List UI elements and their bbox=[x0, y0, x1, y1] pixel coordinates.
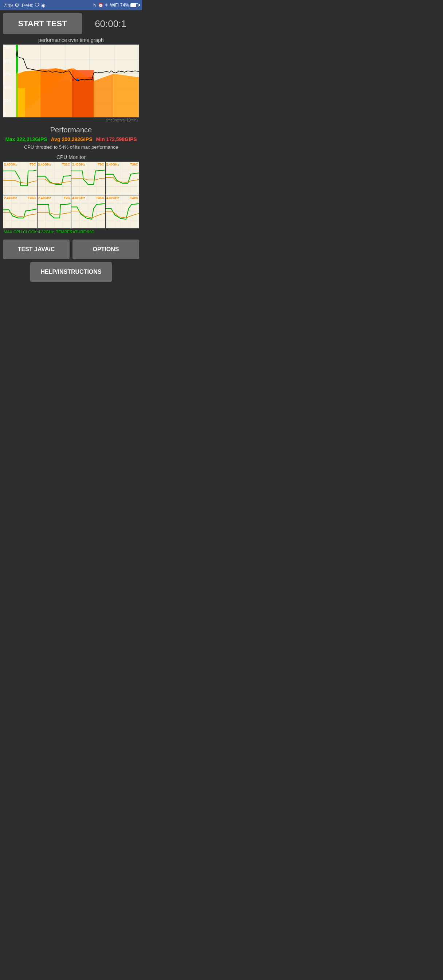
lens-icon: ◉ bbox=[41, 3, 45, 8]
cpu-temp-2: T0C bbox=[98, 162, 104, 166]
timer-display: 60:00:1 bbox=[82, 18, 139, 30]
logo-icon: ⚙ bbox=[14, 2, 19, 8]
y-label-40: 40% bbox=[4, 86, 15, 90]
svg-point-23 bbox=[76, 78, 79, 81]
cpu-monitor-section: CPU Monitor 2.40GHz T0C bbox=[3, 154, 139, 235]
y-label-20: 20% bbox=[4, 99, 15, 103]
graph-title: performance over time graph bbox=[3, 37, 139, 43]
cpu-cell-6: 4.32GHz T35C bbox=[71, 196, 105, 228]
airplane-icon: ✈ bbox=[105, 3, 109, 8]
status-right: N ⏰ ✈ WiFi 74% bbox=[93, 3, 138, 8]
time-display: 7:49 bbox=[4, 3, 13, 8]
cpu-cell-1: 2.40GHz T31C bbox=[38, 162, 71, 195]
status-left: 7:49 ⚙ 144Hz 🛡 ◉ bbox=[4, 2, 45, 8]
cpu-temp-1: T31C bbox=[62, 162, 70, 166]
y-label-80: 80% bbox=[4, 59, 15, 63]
refresh-rate: 144Hz bbox=[21, 3, 33, 7]
graph-svg bbox=[16, 45, 139, 117]
cpu-grid: 2.40GHz T0C bbox=[3, 162, 139, 229]
cpu-freq-4: 2.40GHz bbox=[4, 196, 17, 200]
performance-stats: Max 322,013GIPS Avg 200,292GIPS Min 172,… bbox=[3, 136, 139, 142]
graph-x-label: time(interval 10min) bbox=[3, 118, 139, 122]
cpu-freq-6: 4.32GHz bbox=[72, 196, 85, 200]
cpu-temp-7: T40C bbox=[130, 196, 138, 200]
test-java-c-button[interactable]: TEST JAVA/C bbox=[3, 240, 70, 259]
cpu-cell-3: 2.40GHz T36C bbox=[106, 162, 139, 195]
cpu-freq-5: 2.40GHz bbox=[38, 196, 51, 200]
wifi-icon: WiFi bbox=[110, 3, 119, 8]
performance-title: Performance bbox=[3, 126, 139, 134]
cpu-temp-4: T36C bbox=[28, 196, 36, 200]
cpu-max-info: MAX CPU CLOCK:4.32GHz, TEMPERATURE:99C bbox=[3, 229, 139, 235]
performance-graph-section: performance over time graph 100% 80% 60%… bbox=[3, 37, 139, 122]
cpu-cell-5: 2.40GHz T0C bbox=[38, 196, 71, 228]
performance-section: Performance Max 322,013GIPS Avg 200,292G… bbox=[3, 126, 139, 150]
svg-marker-16 bbox=[94, 74, 114, 117]
help-instructions-button[interactable]: HELP/INSTRUCTIONS bbox=[30, 262, 112, 282]
cpu-temp-0: T0C bbox=[30, 162, 36, 166]
y-axis-labels: 100% 80% 60% 40% 20% 0 bbox=[3, 45, 16, 117]
shield-icon: 🛡 bbox=[35, 3, 39, 8]
performance-graph: 100% 80% 60% 40% 20% 0 bbox=[3, 45, 139, 118]
cpu-freq-1: 2.40GHz bbox=[38, 162, 51, 166]
cpu-cell-0: 2.40GHz T0C bbox=[3, 162, 37, 195]
cpu-freq-3: 2.40GHz bbox=[106, 162, 119, 166]
perf-min: Min 172,598GIPS bbox=[96, 136, 137, 142]
perf-avg: Avg 200,292GIPS bbox=[51, 136, 92, 142]
cpu-freq-7: 4.32GHz bbox=[106, 196, 119, 200]
y-label-100: 100% bbox=[4, 46, 15, 49]
cpu-freq-0: 2.40GHz bbox=[4, 162, 17, 166]
battery-percent: 74% bbox=[120, 3, 129, 8]
cpu-temp-6: T35C bbox=[96, 196, 104, 200]
status-bar: 7:49 ⚙ 144Hz 🛡 ◉ N ⏰ ✈ WiFi 74% bbox=[0, 0, 142, 10]
y-label-0: 0 bbox=[4, 112, 15, 116]
svg-marker-17 bbox=[114, 74, 139, 117]
cpu-temp-5: T0C bbox=[64, 196, 70, 200]
battery-icon bbox=[130, 3, 138, 7]
main-content: START TEST 60:00:1 performance over time… bbox=[0, 10, 142, 288]
nfc-icon: N bbox=[93, 3, 97, 8]
svg-rect-22 bbox=[40, 81, 74, 117]
cpu-cell-7: 4.32GHz T40C bbox=[106, 196, 139, 228]
cpu-monitor-title: CPU Monitor bbox=[3, 154, 139, 160]
cpu-freq-2: 2.40GHz bbox=[72, 162, 85, 166]
cpu-cell-4: 2.40GHz T36C bbox=[3, 196, 37, 228]
start-test-button[interactable]: START TEST bbox=[3, 13, 82, 34]
svg-rect-21 bbox=[25, 84, 41, 117]
graph-inner bbox=[16, 45, 139, 117]
svg-rect-20 bbox=[18, 88, 25, 117]
perf-max: Max 322,013GIPS bbox=[5, 136, 47, 142]
alarm-icon: ⏰ bbox=[98, 3, 103, 8]
top-controls: START TEST 60:00:1 bbox=[3, 13, 139, 34]
cpu-temp-3: T36C bbox=[130, 162, 138, 166]
bottom-buttons: TEST JAVA/C OPTIONS bbox=[3, 240, 139, 259]
cpu-cell-2: 2.40GHz T0C bbox=[71, 162, 105, 195]
y-label-60: 60% bbox=[4, 72, 15, 76]
options-button[interactable]: OPTIONS bbox=[73, 240, 139, 259]
performance-note: CPU throttled to 54% of its max performa… bbox=[3, 145, 139, 150]
svg-marker-19 bbox=[16, 71, 18, 117]
